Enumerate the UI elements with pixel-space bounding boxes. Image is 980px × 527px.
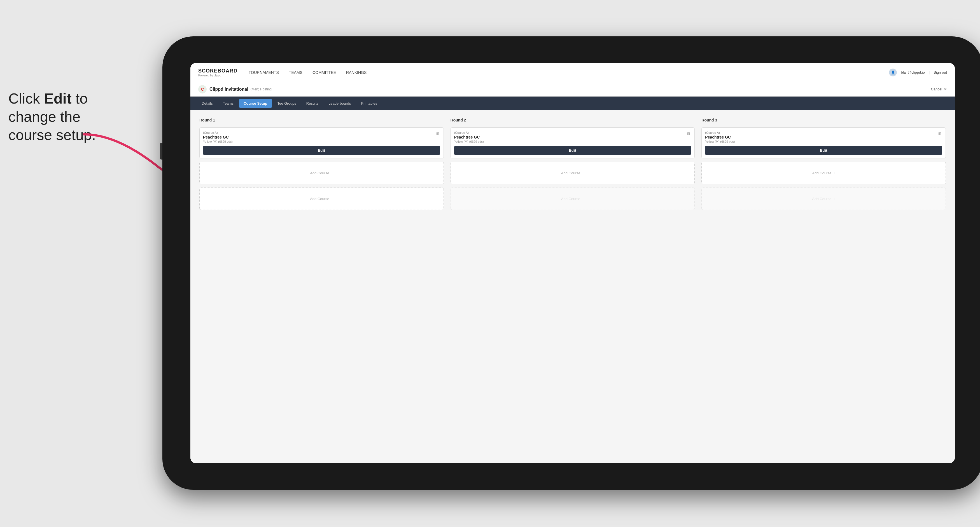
round-2-course-details: Yellow (M) (6629 yds)	[454, 140, 691, 143]
tab-course-setup[interactable]: Course Setup	[239, 99, 272, 108]
round-1-add-course-1[interactable]: Add Course +	[199, 162, 444, 184]
tournament-header: C Clippd Invitational (Men) Hosting Canc…	[190, 82, 955, 97]
round-3-course-details: Yellow (M) (6629 yds)	[705, 140, 942, 143]
round-3-delete-button[interactable]: 🗑	[937, 130, 943, 137]
round-2-course-card: 🗑 (Course A) Peachtree GC Yellow (M) (66…	[450, 127, 695, 159]
round-2-course-label: (Course A)	[454, 131, 691, 134]
round-1-course-card: 🗑 (Course A) Peachtree GC Yellow (M) (66…	[199, 127, 444, 159]
sign-out-link[interactable]: Sign out	[934, 70, 947, 75]
add-course-r2-2-icon: +	[582, 197, 584, 201]
add-course-2-icon: +	[331, 197, 333, 201]
round-2-course-name: Peachtree GC	[454, 135, 691, 140]
add-course-r3-2-label: Add Course	[812, 197, 832, 201]
add-course-r3-2-icon: +	[833, 197, 835, 201]
round-1-delete-button[interactable]: 🗑	[434, 130, 441, 137]
tab-printables[interactable]: Printables	[356, 99, 382, 108]
nav-teams[interactable]: TEAMS	[289, 70, 302, 75]
round-2-delete-button[interactable]: 🗑	[686, 130, 692, 137]
round-2-edit-button[interactable]: Edit	[454, 146, 691, 155]
tournament-name: Clippd Invitational	[210, 87, 248, 92]
main-content: Round 1 🗑 (Course A) Peachtree GC Yellow…	[190, 110, 955, 463]
round-1-course-label: (Course A)	[203, 131, 440, 134]
logo-subtitle: Powered by clippd	[198, 74, 237, 77]
nav-tournaments[interactable]: TOURNAMENTS	[249, 70, 279, 75]
round-3-edit-button[interactable]: Edit	[705, 146, 942, 155]
nav-committee[interactable]: COMMITTEE	[312, 70, 336, 75]
round-3-course-card: 🗑 (Course A) Peachtree GC Yellow (M) (66…	[702, 127, 946, 159]
round-1-add-course-2[interactable]: Add Course +	[199, 187, 444, 210]
add-course-2-label: Add Course	[310, 197, 329, 201]
scoreboard-logo: SCOREBOARD Powered by clippd	[198, 68, 237, 77]
logo-title: SCOREBOARD	[198, 68, 237, 74]
instruction-bold: Edit	[44, 90, 72, 106]
tournament-gender: (Men) Hosting	[251, 87, 272, 91]
close-icon: ✕	[944, 87, 947, 91]
add-course-r2-1-label: Add Course	[561, 171, 581, 175]
add-course-r3-1-label: Add Course	[812, 171, 832, 175]
round-1-column: Round 1 🗑 (Course A) Peachtree GC Yellow…	[199, 118, 444, 210]
round-1-course-details: Yellow (M) (6629 yds)	[203, 140, 440, 143]
round-1-label: Round 1	[199, 118, 444, 122]
round-3-add-course-2: Add Course +	[702, 187, 946, 210]
sub-tabs: Details Teams Course Setup Tee Groups Re…	[190, 97, 955, 110]
round-2-add-course-2: Add Course +	[450, 187, 695, 210]
round-3-add-course-1[interactable]: Add Course +	[702, 162, 946, 184]
add-course-r2-2-label: Add Course	[561, 197, 581, 201]
round-1-course-name: Peachtree GC	[203, 135, 440, 140]
nav-right: 👤 blair@clippd.io | Sign out	[889, 68, 947, 76]
add-course-r2-1-icon: +	[582, 171, 584, 175]
tab-tee-groups[interactable]: Tee Groups	[273, 99, 301, 108]
instruction-prefix: Click	[8, 90, 44, 106]
nav-rankings[interactable]: RANKINGS	[346, 70, 366, 75]
add-course-1-icon: +	[331, 171, 333, 175]
round-1-edit-button[interactable]: Edit	[203, 146, 440, 155]
round-2-add-course-1[interactable]: Add Course +	[450, 162, 695, 184]
nav-divider: |	[929, 70, 930, 75]
user-email: blair@clippd.io	[901, 70, 924, 75]
add-course-r3-1-icon: +	[833, 171, 835, 175]
tab-leaderboards[interactable]: Leaderboards	[324, 99, 355, 108]
tab-teams[interactable]: Teams	[218, 99, 238, 108]
round-2-column: Round 2 🗑 (Course A) Peachtree GC Yellow…	[450, 118, 695, 210]
round-3-label: Round 3	[702, 118, 946, 122]
cancel-button[interactable]: Cancel ✕	[931, 87, 947, 91]
tab-results[interactable]: Results	[302, 99, 323, 108]
round-3-course-label: (Course A)	[705, 131, 942, 134]
top-nav: SCOREBOARD Powered by clippd TOURNAMENTS…	[190, 63, 955, 82]
tab-details[interactable]: Details	[197, 99, 217, 108]
add-course-1-label: Add Course	[310, 171, 329, 175]
rounds-grid: Round 1 🗑 (Course A) Peachtree GC Yellow…	[199, 118, 946, 210]
round-2-label: Round 2	[450, 118, 695, 122]
tablet-screen: SCOREBOARD Powered by clippd TOURNAMENTS…	[190, 63, 955, 463]
round-3-course-name: Peachtree GC	[705, 135, 942, 140]
tournament-logo: C	[198, 85, 207, 94]
tablet-shell: SCOREBOARD Powered by clippd TOURNAMENTS…	[162, 37, 980, 490]
nav-links: TOURNAMENTS TEAMS COMMITTEE RANKINGS	[249, 70, 889, 75]
round-3-column: Round 3 🗑 (Course A) Peachtree GC Yellow…	[702, 118, 946, 210]
user-avatar: 👤	[889, 68, 897, 76]
